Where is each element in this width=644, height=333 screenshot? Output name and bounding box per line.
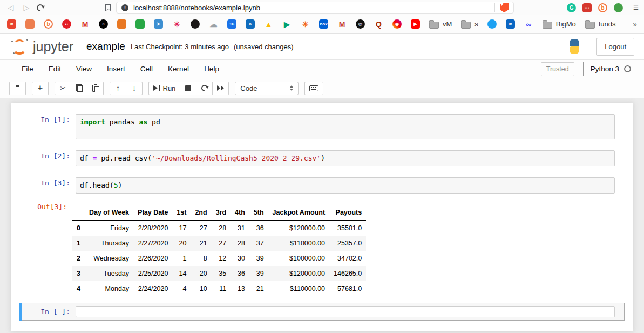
site-info-icon[interactable]: ! (121, 4, 128, 11)
reload-icon[interactable] (35, 3, 45, 12)
menu-item[interactable]: Edit (41, 61, 69, 77)
invision-bookmark-icon[interactable]: in (7, 19, 16, 29)
bookmark-icon: ▶ (282, 19, 292, 29)
bookmark-icon: ▲ (264, 19, 273, 29)
jupyter-brand[interactable]: jupyter (33, 39, 73, 55)
at-circle-bookmark-icon[interactable]: @ (356, 19, 365, 29)
code-editor-3[interactable]: df.head(5) (76, 177, 615, 194)
green-cube-bookmark-icon[interactable] (135, 19, 145, 29)
restart-kernel-button[interactable] (196, 82, 213, 95)
grammarly-extension-icon[interactable]: G (567, 3, 576, 12)
cut-cell-button[interactable]: ✂ (55, 82, 71, 95)
add-cell-button[interactable]: + (32, 82, 49, 95)
orange-app-bookmark-icon[interactable] (25, 19, 35, 29)
interrupt-kernel-button[interactable] (180, 82, 196, 95)
calendar-16-bookmark-icon[interactable]: 16 (227, 19, 236, 29)
folder-s-bookmark[interactable]: s (461, 20, 478, 29)
orange-cube-bookmark-icon[interactable] (117, 19, 126, 29)
orange-b-extension-icon[interactable]: b (598, 3, 607, 12)
code-token: pd (147, 118, 160, 126)
trusted-button[interactable]: Trusted (541, 62, 574, 76)
table-cell: 37 (249, 236, 268, 251)
restart-run-all-button[interactable] (212, 82, 229, 95)
output-area: Out[3]: Day of WeekPlay Date1st2nd3rd4th… (19, 201, 625, 296)
green-clip-extension-icon[interactable] (614, 3, 623, 12)
menu-item[interactable]: Kernel (160, 61, 196, 77)
menu-item[interactable]: Help (196, 61, 227, 77)
code-token: df.head( (80, 181, 114, 189)
b-ring-bookmark-icon[interactable]: b (44, 19, 53, 29)
move-cell-down-button[interactable]: ↓ (126, 82, 143, 95)
twitter-bookmark-icon[interactable] (487, 19, 497, 29)
folder-bigmo-bookmark[interactable]: BigMo (543, 20, 576, 29)
menu-item[interactable]: File (14, 61, 41, 77)
bookmark-icon: M (337, 19, 347, 29)
folder-funds-bookmark[interactable]: funds (585, 20, 616, 29)
menu-icon[interactable]: ≡ (633, 3, 639, 12)
row-index: 1 (72, 236, 85, 251)
move-cell-up-button[interactable]: ↑ (110, 82, 126, 95)
bookmark-label: funds (599, 20, 616, 28)
save-button[interactable] (9, 82, 26, 95)
menu-item[interactable]: Cell (133, 61, 160, 77)
github-bookmark-icon[interactable] (191, 19, 200, 29)
jupyter-logo-icon[interactable] (10, 38, 29, 55)
code-editor-empty[interactable] (76, 306, 615, 317)
quora-bookmark-icon[interactable]: Q (374, 19, 383, 29)
arrow-down-icon: ↓ (132, 84, 136, 92)
twilio-bookmark-icon[interactable]: ∷ (62, 19, 71, 29)
bookmark-icon: box (319, 19, 328, 29)
red-dots-extension-icon[interactable]: ⋯ (582, 3, 592, 12)
extensions-area: G ⋯ b (567, 3, 623, 12)
command-palette-button[interactable] (304, 82, 323, 95)
sun-badge-bookmark-icon[interactable]: ✳ (301, 19, 310, 29)
linkedin-bookmark-icon[interactable]: in (506, 19, 515, 29)
folder-vm-bookmark[interactable]: vM (429, 20, 452, 29)
run-button[interactable]: Run (148, 82, 180, 95)
scissors-icon: ✂ (60, 84, 66, 92)
gmail-bookmark-icon[interactable]: M (80, 19, 90, 29)
box-bookmark-icon[interactable]: box (319, 19, 328, 29)
bookmark-icon (487, 19, 497, 29)
bookmark-icon: ∷ (62, 19, 71, 29)
telegram-bookmark-icon[interactable]: ➤ (154, 19, 163, 29)
cell-type-select[interactable]: Code (235, 82, 299, 95)
table-cell: 25357.0 (329, 236, 366, 251)
code-cell-2[interactable]: In [2]: df = pd.read_csv('~/Downloads/Ro… (19, 147, 625, 170)
link-bookmark-icon[interactable]: ∞ (524, 19, 533, 29)
bookmarks-overflow-icon[interactable]: » (633, 20, 637, 29)
code-cell-3[interactable]: In [3]: df.head(5) (19, 174, 625, 197)
empty-cell-selected[interactable]: In [ ]: (19, 303, 625, 321)
bookmark-icon (117, 19, 126, 29)
logout-button[interactable]: Logout (596, 38, 634, 56)
address-bar[interactable]: ! localhost:8888/notebooks/example.ipynb (116, 2, 514, 14)
bookmark-icon: 16 (227, 19, 236, 29)
forward-icon[interactable]: ▷ (21, 4, 32, 11)
code-editor-1[interactable]: import pandas as pd (76, 114, 615, 139)
cloud-bookmark-icon[interactable]: ☁ (209, 19, 218, 29)
brave-shield-icon[interactable] (500, 3, 509, 12)
table-cell: 1 (172, 251, 191, 266)
table-cell: 39 (249, 251, 268, 266)
bookmark-flag-icon[interactable] (105, 4, 111, 11)
notebook-title[interactable]: example (86, 41, 125, 52)
youtube-bookmark-icon[interactable]: ▶ (411, 19, 420, 29)
slack-bookmark-icon[interactable]: ✳ (172, 19, 181, 29)
paste-cell-button[interactable] (87, 82, 104, 95)
instagram-bookmark-icon[interactable]: ◉ (392, 19, 402, 29)
google-drive-bookmark-icon[interactable]: ▲ (264, 19, 273, 29)
code-token: pd.read_csv( (97, 154, 152, 162)
table-cell: $120000.00 (268, 266, 329, 281)
target-bookmark-icon[interactable]: ○ (99, 19, 108, 29)
back-icon[interactable]: ◁ (5, 4, 16, 11)
column-header: 4th (231, 205, 249, 221)
input-prompt: In [ ]: (23, 306, 76, 317)
code-editor-2[interactable]: df = pd.read_csv('~/Downloads/RollingCas… (76, 150, 615, 166)
m-logo-bookmark-icon[interactable]: M (337, 19, 347, 29)
menu-item[interactable]: Insert (99, 61, 133, 77)
menu-item[interactable]: View (69, 61, 99, 77)
code-cell-1[interactable]: In [1]: import pandas as pd (19, 111, 625, 143)
copy-cell-button[interactable] (71, 82, 87, 95)
google-play-bookmark-icon[interactable]: ▶ (282, 19, 292, 29)
outlook-bookmark-icon[interactable]: o (246, 19, 255, 29)
